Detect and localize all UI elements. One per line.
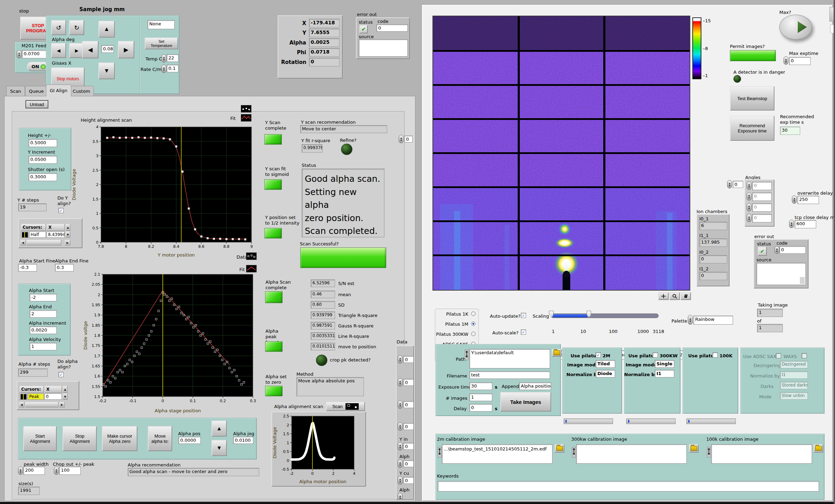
peak-width-spinner[interactable]: ▲▼ <box>18 466 23 475</box>
chop-out-spinner[interactable]: ▲▼ <box>54 466 59 475</box>
jog-down-button[interactable]: ▼ <box>98 63 115 79</box>
detector-image[interactable] <box>433 16 690 290</box>
mid-spinner[interactable]: ▲▼ <box>399 135 404 143</box>
alpha-end-field[interactable]: 2 <box>30 310 57 318</box>
darks-field[interactable]: Stored darks <box>780 382 808 389</box>
take-images-button[interactable]: Take Images <box>500 392 551 412</box>
radio-pilatus1k[interactable] <box>471 311 476 316</box>
calib-300kw-browse[interactable] <box>689 444 699 453</box>
angle-spinner-2[interactable]: ▲▼ <box>747 203 752 211</box>
cursor2-name[interactable]: Peak <box>28 393 44 400</box>
cursors1-scrollbar-thumb[interactable] <box>26 240 61 245</box>
data-spinner-6[interactable]: ▲▼ <box>398 476 403 485</box>
alpha-jog-down-button[interactable]: ▼ <box>212 440 227 456</box>
rate-spinner[interactable]: ▲▼ <box>161 65 166 73</box>
tab-scan[interactable]: Scan <box>6 86 25 96</box>
rotate-ccw-button[interactable]: ↺ <box>51 20 66 35</box>
angle-spinner-0[interactable]: ▲▼ <box>747 181 752 190</box>
max-exptime-field[interactable]: 0 <box>789 57 811 65</box>
cursor2-value[interactable]: 0 <box>45 393 62 400</box>
alpha-start-field[interactable]: -2 <box>30 294 57 301</box>
overwrite-delay-spinner[interactable]: ▲▼ <box>792 195 797 204</box>
angles-outer-spinner[interactable]: ▲▼ <box>727 180 732 188</box>
palette-field[interactable]: Rainbow <box>693 316 733 325</box>
path-field[interactable]: Y:\userdata\default <box>469 349 550 368</box>
temp-c-field[interactable]: 22 <box>167 54 178 62</box>
calib-300kw-path[interactable] <box>576 444 687 464</box>
data-value-4[interactable]: 0 <box>403 443 414 450</box>
data-spinner-3[interactable]: ▲▼ <box>398 422 403 431</box>
rotate-cw-button[interactable]: ↻ <box>69 20 84 35</box>
start-alignment-button[interactable]: Start Alignment <box>23 426 57 451</box>
data-value-0[interactable]: 0 <box>403 356 414 363</box>
normalize-2m-field[interactable]: Diode <box>596 370 615 377</box>
refine-led[interactable] <box>341 144 352 155</box>
alpha-velocity-field[interactable]: 1 <box>30 343 57 350</box>
temp-mode-field[interactable]: None <box>148 20 175 29</box>
angles-outer-value[interactable]: 0 <box>733 181 743 188</box>
data-value-3[interactable]: 0 <box>403 423 414 430</box>
cursors2-scroll-up[interactable]: ▲ <box>63 386 67 393</box>
data-spinner-7[interactable]: ▲▼ <box>398 493 403 500</box>
jog-left-button[interactable]: ◀ <box>82 41 98 58</box>
scrollbar-300kw[interactable] <box>626 418 676 424</box>
data-spinner-2[interactable]: ▲▼ <box>398 400 403 409</box>
cursors2-scroll-right[interactable]: ▶ <box>59 402 65 407</box>
angle-spinner-3[interactable]: ▲▼ <box>747 214 752 222</box>
jog-right-button[interactable]: ▶ <box>118 41 134 58</box>
alpha-pos-field[interactable]: 0.0000 <box>178 437 201 444</box>
graph-crosshair-tool[interactable] <box>658 292 669 300</box>
tab-gi-align[interactable]: GI Align <box>46 84 71 96</box>
alpha-end-fine-field[interactable]: 0.3 <box>55 264 74 271</box>
cursors2-scrollbar-thumb[interactable] <box>25 402 58 407</box>
error2-code-spinner[interactable]: ▲▼ <box>774 246 779 254</box>
radio-pilatus1m[interactable] <box>471 322 476 326</box>
data-value-2[interactable]: 0 <box>403 401 414 408</box>
use-adsc-waxs-checkbox[interactable] <box>802 353 807 358</box>
max-run-button[interactable] <box>779 15 812 40</box>
auto-update-checkbox[interactable]: ✓ <box>521 313 526 318</box>
tab-custom[interactable]: Custom <box>69 86 94 96</box>
use-pilatus-300kw-checkbox[interactable] <box>653 352 658 358</box>
image-mode-300kw-field[interactable]: Single <box>655 360 674 368</box>
alpha-jog-field[interactable]: 0.0100 <box>233 437 253 444</box>
scaling-slider-track[interactable] <box>551 314 659 318</box>
chop-out-field[interactable]: 100 <box>59 466 81 475</box>
adsc-normalize-field[interactable]: I1 <box>780 371 808 379</box>
method-field[interactable]: Move alpha absolute pos <box>296 377 364 396</box>
rate-field[interactable]: 0.1 <box>167 65 178 72</box>
height-pm-field[interactable]: 0.5000 <box>29 139 57 147</box>
unload-button[interactable]: Unload <box>25 100 48 108</box>
tcp-delay-spinner[interactable]: ▲▼ <box>789 220 794 228</box>
error2-source-field[interactable] <box>756 263 806 285</box>
delay-field[interactable]: 0 <box>469 404 492 412</box>
palette-spinner[interactable]: ▲▼ <box>688 315 693 325</box>
auto-scale-checkbox[interactable]: ✓ <box>521 330 526 335</box>
adsc-mode-field[interactable]: Slow unbin <box>780 392 808 400</box>
normalize-300kw-field[interactable]: I1 <box>655 370 674 377</box>
cursors2-scroll-left[interactable]: ◀ <box>19 402 24 407</box>
do-y-align-checkbox[interactable]: ✓ <box>58 208 64 213</box>
angle-spinner-1[interactable]: ▲▼ <box>747 192 752 201</box>
alpha-increment-field[interactable]: 0.0020 <box>30 326 57 334</box>
calib-100k-path[interactable] <box>711 444 812 464</box>
recommend-exposure-button[interactable]: Recommend Exposure time <box>730 116 774 141</box>
dezingering-field[interactable]: Dezingered <box>780 361 808 368</box>
data-spinner-0[interactable]: ▲▼ <box>398 355 403 364</box>
cursors1-scroll-down[interactable]: ▼ <box>65 231 70 238</box>
scan-button[interactable]: Scan <box>326 402 365 411</box>
y-increment-field[interactable]: 0.0500 <box>29 156 57 164</box>
tab-queue[interactable]: Queue <box>25 86 48 96</box>
keywords-field[interactable] <box>438 481 819 491</box>
error-source-field[interactable] <box>359 39 408 57</box>
data-spinner-4[interactable]: ▲▼ <box>398 442 403 450</box>
calib-100k-browse[interactable] <box>813 444 823 453</box>
angle-value-3[interactable]: 0 <box>752 214 772 222</box>
calib-2m-browse[interactable] <box>555 444 564 453</box>
overwrite-delay-field[interactable]: 250 <box>797 196 819 204</box>
set-temperature-button[interactable]: Set Temperature <box>145 38 178 49</box>
jog-step-field[interactable]: 0.08 <box>101 45 114 53</box>
data-spinner-5[interactable]: ▲▼ <box>398 460 403 468</box>
permit-images-led[interactable] <box>730 50 776 61</box>
test-beamstop-button[interactable]: Test Beamstop <box>730 86 774 111</box>
